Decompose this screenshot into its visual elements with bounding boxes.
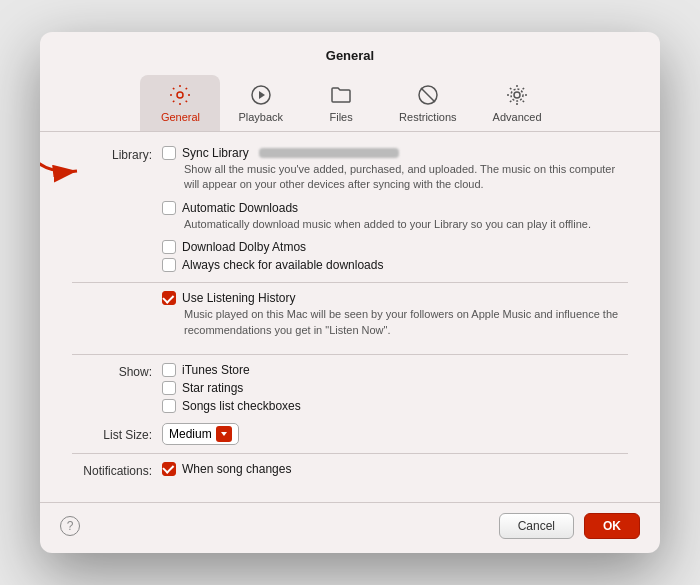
- svg-marker-8: [221, 432, 227, 436]
- sync-library-description: Show all the music you've added, purchas…: [184, 162, 628, 193]
- cancel-button[interactable]: Cancel: [499, 513, 574, 539]
- sync-library-row: Sync Library: [162, 146, 628, 160]
- tab-general[interactable]: General: [140, 75, 220, 131]
- svg-point-6: [511, 89, 523, 101]
- tab-advanced-label: Advanced: [493, 111, 542, 123]
- use-listening-checkbox[interactable]: [162, 291, 176, 305]
- when-song-changes-label: When song changes: [182, 462, 291, 476]
- svg-line-4: [421, 88, 435, 102]
- divider-1: [72, 282, 628, 283]
- tab-playback[interactable]: Playback: [220, 75, 301, 131]
- help-button[interactable]: ?: [60, 516, 80, 536]
- available-downloads-label: Always check for available downloads: [182, 258, 383, 272]
- tab-playback-label: Playback: [238, 111, 283, 123]
- dropdown-arrow-icon: [216, 426, 232, 442]
- list-size-dropdown[interactable]: Medium: [162, 423, 239, 445]
- when-song-changes-row: When song changes: [162, 462, 628, 476]
- dolby-label: Download Dolby Atmos: [182, 240, 306, 254]
- sync-library-label: Sync Library: [182, 146, 249, 160]
- divider-2: [72, 354, 628, 355]
- show-row: Show: iTunes Store Star ratings Songs li…: [72, 363, 628, 415]
- auto-downloads-row: Automatic Downloads: [162, 201, 628, 215]
- svg-point-5: [514, 92, 520, 98]
- itunes-store-label: iTunes Store: [182, 363, 250, 377]
- songs-list-checkbox[interactable]: [162, 399, 176, 413]
- tab-files-label: Files: [329, 111, 352, 123]
- library-content: Sync Library Show all the music you've a…: [162, 146, 628, 274]
- tab-advanced[interactable]: Advanced: [475, 75, 560, 131]
- tab-files[interactable]: Files: [301, 75, 381, 131]
- tab-bar: General Playback Files: [40, 71, 660, 132]
- playback-icon: [247, 81, 275, 109]
- sync-library-blurred: [259, 148, 399, 158]
- star-ratings-row: Star ratings: [162, 381, 628, 395]
- tab-restrictions-label: Restrictions: [399, 111, 456, 123]
- list-size-label: List Size:: [72, 426, 162, 442]
- library-label: Library:: [72, 146, 162, 162]
- footer-buttons: Cancel OK: [499, 513, 640, 539]
- list-size-row: List Size: Medium: [72, 423, 628, 445]
- notifications-row: Notifications: When song changes: [72, 462, 628, 478]
- auto-downloads-description: Automatically download music when added …: [184, 217, 628, 232]
- dolby-row: Download Dolby Atmos: [162, 240, 628, 254]
- itunes-store-checkbox[interactable]: [162, 363, 176, 377]
- ok-button[interactable]: OK: [584, 513, 640, 539]
- dolby-checkbox[interactable]: [162, 240, 176, 254]
- show-content: iTunes Store Star ratings Songs list che…: [162, 363, 628, 415]
- dialog-title: General: [40, 32, 660, 71]
- listening-history-row: Use Listening History Music played on th…: [72, 291, 628, 346]
- dialog: General General Playback: [40, 32, 660, 553]
- sync-library-checkbox[interactable]: [162, 146, 176, 160]
- star-ratings-checkbox[interactable]: [162, 381, 176, 395]
- svg-point-0: [177, 92, 183, 98]
- use-listening-description: Music played on this Mac will be seen by…: [184, 307, 628, 338]
- listening-history-content: Use Listening History Music played on th…: [162, 291, 628, 346]
- list-size-content: Medium: [162, 423, 628, 445]
- auto-downloads-checkbox[interactable]: [162, 201, 176, 215]
- list-size-value: Medium: [169, 427, 212, 441]
- songs-list-label: Songs list checkboxes: [182, 399, 301, 413]
- star-ratings-label: Star ratings: [182, 381, 243, 395]
- tab-general-label: General: [161, 111, 200, 123]
- content-area: Library: Sync Library Show all the music…: [40, 132, 660, 502]
- use-listening-label: Use Listening History: [182, 291, 295, 305]
- auto-downloads-label: Automatic Downloads: [182, 201, 298, 215]
- available-downloads-row: Always check for available downloads: [162, 258, 628, 272]
- divider-3: [72, 453, 628, 454]
- listening-history-spacer: [72, 291, 162, 293]
- restrictions-icon: [414, 81, 442, 109]
- use-listening-row: Use Listening History: [162, 291, 628, 305]
- show-label: Show:: [72, 363, 162, 379]
- advanced-icon: [503, 81, 531, 109]
- songs-list-row: Songs list checkboxes: [162, 399, 628, 413]
- notifications-label: Notifications:: [72, 462, 162, 478]
- dialog-footer: ? Cancel OK: [40, 502, 660, 553]
- notifications-content: When song changes: [162, 462, 628, 478]
- itunes-store-row: iTunes Store: [162, 363, 628, 377]
- general-icon: [166, 81, 194, 109]
- when-song-changes-checkbox[interactable]: [162, 462, 176, 476]
- available-downloads-checkbox[interactable]: [162, 258, 176, 272]
- tab-restrictions[interactable]: Restrictions: [381, 75, 474, 131]
- files-icon: [327, 81, 355, 109]
- library-row: Library: Sync Library Show all the music…: [72, 146, 628, 274]
- list-size-dropdown-row: Medium: [162, 423, 628, 445]
- svg-marker-2: [259, 91, 265, 99]
